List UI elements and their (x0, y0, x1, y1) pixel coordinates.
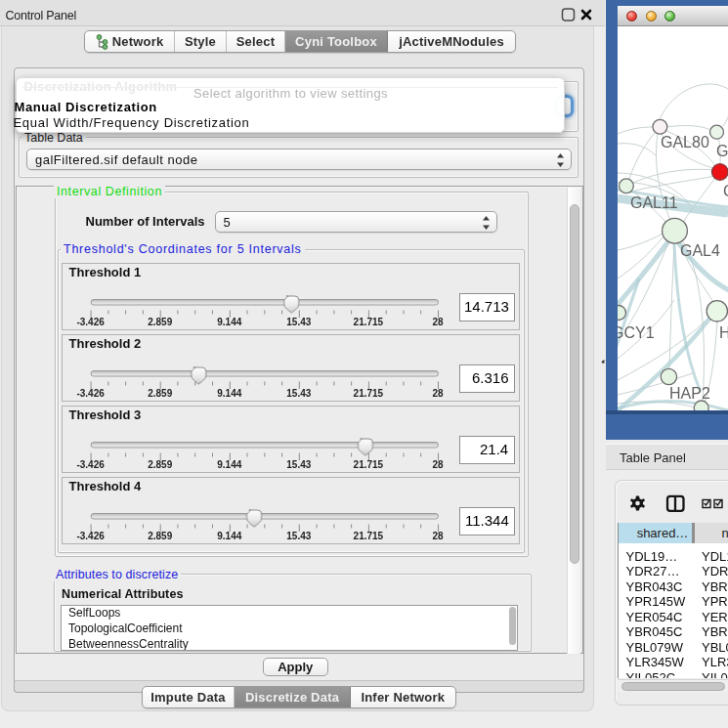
svg-text:HAP2: HAP2 (669, 385, 710, 402)
svg-text:GCY1: GCY1 (618, 324, 655, 341)
svg-text:GAL4: GAL4 (680, 242, 720, 259)
svg-text:CD: CD (723, 183, 728, 199)
svg-text:GAL11: GAL11 (630, 194, 678, 211)
svg-text:GA: GA (716, 143, 728, 159)
svg-text:HD: HD (719, 324, 728, 341)
svg-text:GAL80: GAL80 (661, 134, 709, 150)
